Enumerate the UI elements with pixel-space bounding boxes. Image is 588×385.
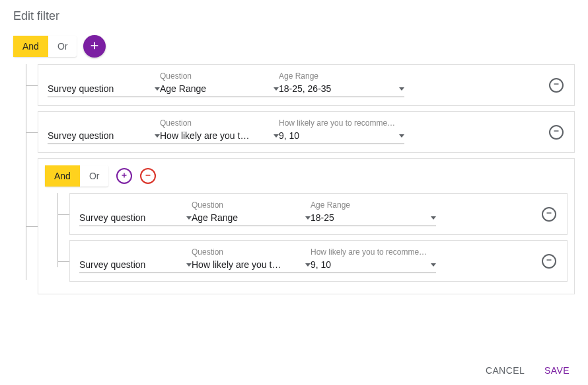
minus-icon [545,209,553,219]
nested-group-card: And Or [38,158,575,294]
condition-fields: Survey question Question Age Range Age R… [48,71,404,97]
root-group: Survey question Question Age Range Age R… [25,64,575,294]
operator-or-button[interactable]: Or [80,165,109,187]
condition-node: Survey question Question Age Range Age R… [69,193,568,235]
caret-down-icon [186,263,192,267]
source-dropdown[interactable]: Survey question [79,200,192,226]
root-operator-toolbar: And Or [13,35,575,58]
add-condition-fab[interactable] [83,35,106,58]
nested-add-condition-button[interactable] [116,168,132,184]
remove-condition-button[interactable] [542,207,556,222]
condition-fields: Survey question Question Age Range Age R… [79,200,436,226]
group-node: And Or [38,158,575,294]
cancel-button[interactable]: CANCEL [486,365,525,376]
remove-condition-button[interactable] [549,125,564,140]
nested-operator-toolbar: And Or [45,165,568,187]
caret-down-icon [305,263,311,267]
condition-row: Survey question Question Age Range Age R… [69,193,568,235]
caret-down-icon [431,216,436,220]
caret-down-icon [431,263,436,267]
condition-row: Survey question Question How likely are … [69,240,568,282]
minus-icon [552,127,560,137]
caret-down-icon [399,87,404,91]
save-button[interactable]: SAVE [544,365,570,376]
caret-down-icon [155,134,160,138]
minus-icon [552,80,560,90]
caret-down-icon [274,134,279,138]
nested-group: Survey question Question Age Range Age R… [57,193,568,282]
caret-down-icon [399,134,404,138]
page-title: Edit filter [13,9,575,23]
question-dropdown[interactable]: Question Age Range [192,200,311,226]
minus-icon [144,171,152,181]
condition-node: Survey question Question How likely are … [38,111,575,153]
question-dropdown[interactable]: Question Age Range [160,71,279,97]
condition-row: Survey question Question Age Range Age R… [38,64,575,106]
caret-down-icon [186,216,192,220]
question-dropdown[interactable]: Question How likely are you t… [160,118,279,144]
dialog-footer: CANCEL SAVE [486,365,570,376]
answer-dropdown[interactable]: How likely are you to recomme… 9, 10 [279,118,404,144]
operator-segmented-control: And Or [45,165,108,187]
condition-node: Survey question Question Age Range Age R… [38,64,575,106]
answer-dropdown[interactable]: Age Range 18-25, 26-35 [279,71,404,97]
plus-icon [120,171,128,181]
condition-fields: Survey question Question How likely are … [48,118,404,144]
remove-condition-button[interactable] [549,78,564,93]
operator-or-button[interactable]: Or [48,36,77,57]
source-dropdown[interactable]: Survey question [79,247,192,273]
remove-condition-button[interactable] [542,254,556,269]
source-dropdown[interactable]: Survey question [48,71,160,97]
condition-node: Survey question Question How likely are … [69,240,568,282]
question-dropdown[interactable]: Question How likely are you t… [192,247,311,273]
operator-and-button[interactable]: And [13,36,48,57]
caret-down-icon [274,87,279,91]
condition-fields: Survey question Question How likely are … [79,247,436,273]
caret-down-icon [305,216,311,220]
answer-dropdown[interactable]: Age Range 18-25 [311,200,436,226]
answer-dropdown[interactable]: How likely are you to recomme… 9, 10 [311,247,436,273]
source-dropdown[interactable]: Survey question [48,118,160,144]
caret-down-icon [155,87,160,91]
condition-row: Survey question Question How likely are … [38,111,575,153]
operator-and-button[interactable]: And [45,165,80,187]
minus-icon [545,256,553,266]
nested-remove-group-button[interactable] [140,168,156,184]
operator-segmented-control: And Or [13,36,77,57]
plus-icon [89,40,100,53]
